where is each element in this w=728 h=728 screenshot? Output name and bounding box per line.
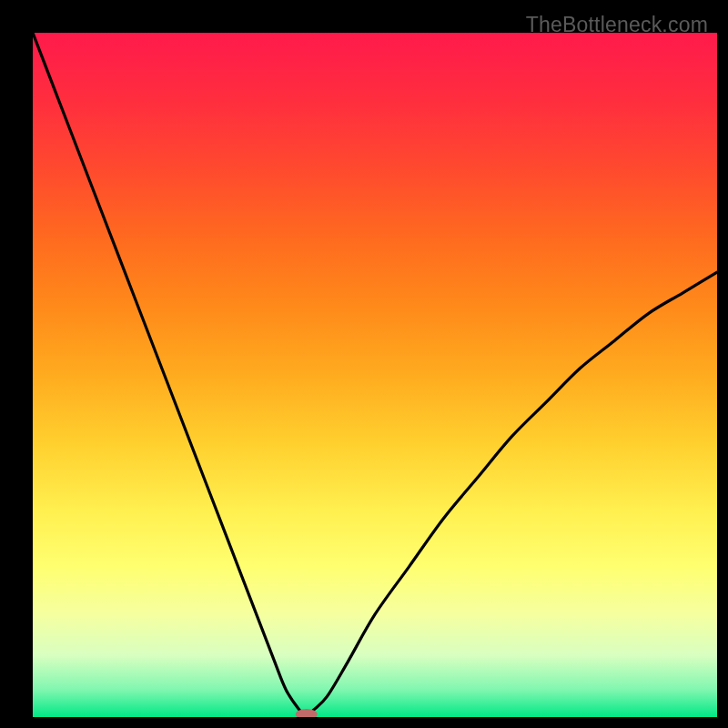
outer-frame: TheBottleneck.com [11,11,717,717]
chart-area [33,33,717,717]
chart-svg [33,33,717,717]
